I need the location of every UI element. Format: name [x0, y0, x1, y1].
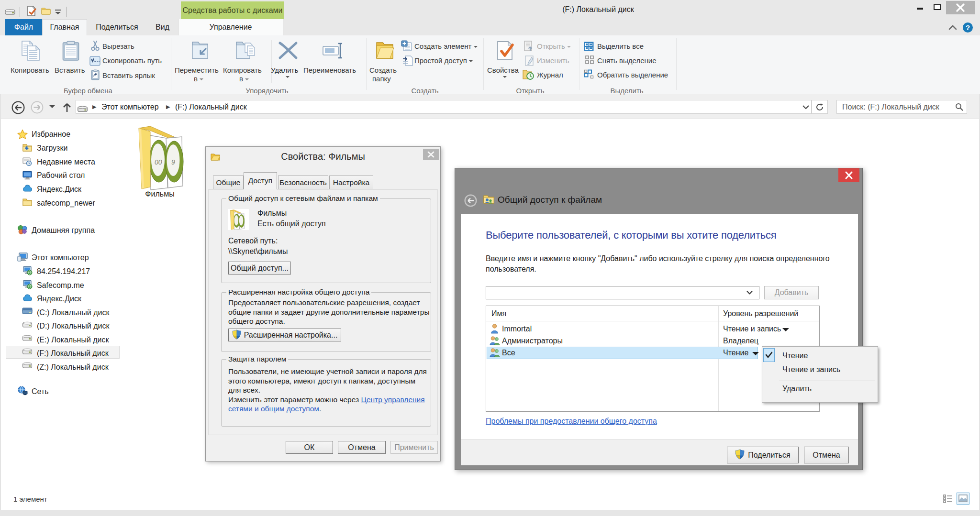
svg-text:00: 00 — [155, 158, 162, 166]
svg-text:9: 9 — [171, 158, 175, 166]
